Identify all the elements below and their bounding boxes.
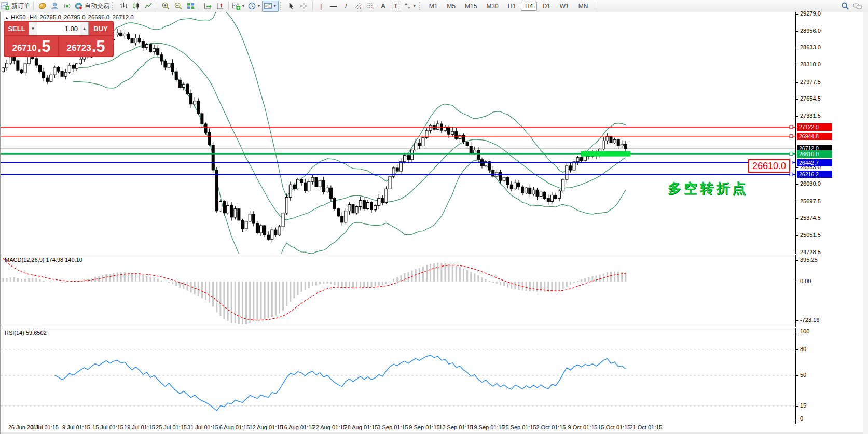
- signals-icon: [63, 2, 72, 10]
- fibonacci-button[interactable]: F: [365, 1, 377, 11]
- timeframe-m15[interactable]: M15: [461, 2, 481, 11]
- chart-window[interactable]: ▲HK50-,H426795.026795.026696.026712.0 SE…: [0, 12, 868, 434]
- buy-button[interactable]: BUY: [89, 22, 113, 35]
- time-axis-label: 25 Sep 01:15: [502, 424, 536, 430]
- rsi-tick: 0: [800, 415, 803, 422]
- profile-icon: [50, 2, 59, 10]
- time-axis-label: 9 Sep 01:15: [409, 424, 439, 430]
- autotrade-button[interactable]: 自动交易: [73, 1, 111, 11]
- line-chart-button[interactable]: [142, 1, 155, 11]
- volume-up-button[interactable]: ▲: [80, 22, 88, 35]
- one-click-trading-panel: SELL ▼ ▲ BUY 26710.5 26723.5: [4, 21, 114, 57]
- crosshair-button[interactable]: [298, 1, 310, 11]
- separator: [199, 2, 199, 10]
- cursor-icon: [287, 2, 296, 10]
- time-axis-label: 9 Oct 01:15: [568, 424, 598, 430]
- templates-button[interactable]: ▼: [262, 1, 279, 12]
- chart-shift-button[interactable]: [214, 1, 226, 11]
- toolbar-grip[interactable]: [419, 2, 422, 10]
- chart-shift-icon: [216, 2, 225, 10]
- cursor-button[interactable]: [285, 1, 298, 11]
- trendline-button[interactable]: /: [340, 1, 352, 11]
- volume-down-button[interactable]: ▼: [29, 22, 37, 35]
- trendline-icon: /: [345, 3, 347, 9]
- market-watch-button[interactable]: [36, 1, 48, 11]
- time-axis-label: 12 Aug 01:15: [250, 424, 283, 430]
- timeframe-h4[interactable]: H4: [521, 2, 537, 11]
- candlestick-chart-icon: [132, 2, 141, 10]
- bar-chart-button[interactable]: [117, 1, 130, 11]
- timeframe-d1[interactable]: D1: [538, 2, 554, 11]
- hline-price-label[interactable]: 26610.0: [748, 159, 790, 173]
- candlestick-chart[interactable]: [1, 12, 795, 254]
- zoom-in-icon: [161, 2, 170, 10]
- bar-chart-icon: [119, 2, 128, 10]
- price-tick: 28633.0: [800, 44, 821, 50]
- symbol-title: HK50-,H4: [11, 14, 37, 20]
- rsi-chart[interactable]: [1, 328, 795, 423]
- time-axis[interactable]: 26 Jun 20193 Jul 01:159 Jul 01:1515 Jul …: [1, 423, 795, 432]
- timeframe-h1[interactable]: H1: [504, 2, 520, 11]
- horizontal-line-button[interactable]: —: [327, 1, 340, 11]
- timeframe-m30[interactable]: M30: [482, 2, 502, 11]
- search-button[interactable]: [839, 1, 851, 11]
- vertical-line-button[interactable]: |: [315, 1, 327, 11]
- expand-icon[interactable]: ▲: [5, 16, 9, 20]
- timeframe-m5[interactable]: M5: [443, 2, 460, 11]
- toolbar-grip[interactable]: [280, 2, 283, 10]
- line-chart-icon: [144, 2, 153, 10]
- indicators-button[interactable]: ▼: [231, 1, 246, 11]
- main-chart-pane[interactable]: [1, 12, 796, 254]
- signals-button[interactable]: [61, 1, 73, 11]
- text-button[interactable]: A: [377, 1, 390, 11]
- ohlc-high: 26795.0: [64, 14, 86, 20]
- macd-tick: -723.16: [800, 317, 819, 323]
- profile-button[interactable]: [48, 1, 61, 11]
- zoom-in-button[interactable]: [159, 1, 172, 11]
- time-axis-label: 9 Jul 01:15: [62, 424, 90, 430]
- channel-button[interactable]: E: [352, 1, 365, 11]
- candlestick-chart-button[interactable]: [130, 1, 142, 11]
- timeframe-mn[interactable]: MN: [574, 2, 593, 11]
- price-scale[interactable]: 29279.028956.028633.028310.027977.527654…: [796, 12, 868, 423]
- zoom-out-button[interactable]: [172, 1, 184, 11]
- timeframe-m1[interactable]: M1: [425, 2, 442, 11]
- sell-button[interactable]: SELL: [5, 22, 29, 35]
- sell-price[interactable]: 26710.5: [5, 36, 58, 56]
- time-axis-label: 25 Jul 01:15: [156, 424, 187, 430]
- time-axis-label: 19 Jul 01:15: [124, 424, 155, 430]
- volume-input[interactable]: [37, 22, 80, 35]
- separator: [312, 2, 313, 10]
- periods-button[interactable]: ▼: [246, 1, 262, 11]
- price-tick: 24728.5: [800, 249, 821, 255]
- tile-windows-button[interactable]: [184, 1, 197, 11]
- time-axis-label: 3 Jul 01:15: [31, 424, 59, 430]
- auto-scroll-button[interactable]: [201, 1, 214, 11]
- sell-price-main: 26710: [12, 42, 36, 54]
- sell-price-big: .5: [37, 38, 51, 54]
- chart-annotation[interactable]: 多空转折点: [668, 179, 748, 198]
- ohlc-close: 26712.0: [112, 14, 134, 20]
- price-tick: 28956.0: [800, 27, 821, 34]
- time-axis-label: 15 Oct 01:15: [598, 424, 631, 430]
- new-order-button[interactable]: 新订单: [0, 1, 31, 11]
- ohlc-low: 26696.0: [88, 14, 110, 20]
- macd-chart[interactable]: [1, 255, 795, 327]
- time-axis-label: 13 Sep 01:15: [439, 424, 473, 430]
- auto-scroll-icon: [203, 2, 212, 10]
- arrows-icon: [403, 2, 412, 10]
- time-axis-label: 19 Sep 01:15: [471, 424, 504, 430]
- tile-windows-icon: [186, 2, 195, 10]
- text-label-button[interactable]: T: [390, 1, 402, 11]
- rsi-pane[interactable]: RSI(14) 59.6502: [1, 328, 796, 424]
- separator: [228, 2, 229, 10]
- buy-price[interactable]: 26723.5: [59, 36, 113, 56]
- macd-pane[interactable]: MACD(12,26,9) 174.98 140.10: [1, 255, 796, 327]
- arrows-button[interactable]: ▼: [402, 1, 418, 11]
- toolbar-grip[interactable]: [112, 2, 115, 10]
- time-axis-label: 6 Aug 01:15: [219, 424, 250, 430]
- chat-button[interactable]: [851, 1, 864, 11]
- timeframe-w1[interactable]: W1: [556, 2, 573, 11]
- equidistant-channel-icon: E: [354, 2, 363, 10]
- time-axis-label: 22 Aug 01:15: [313, 424, 347, 430]
